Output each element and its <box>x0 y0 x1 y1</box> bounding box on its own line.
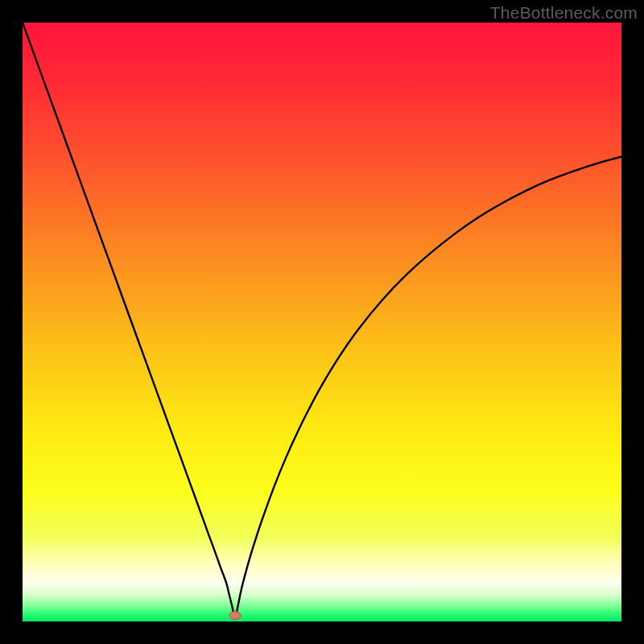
watermark-text: TheBottleneck.com <box>490 3 638 23</box>
optimum-marker <box>229 612 241 620</box>
plot-svg <box>23 23 621 621</box>
gradient-background <box>23 23 621 621</box>
plot-area <box>23 23 621 621</box>
chart-frame: TheBottleneck.com <box>0 0 644 644</box>
